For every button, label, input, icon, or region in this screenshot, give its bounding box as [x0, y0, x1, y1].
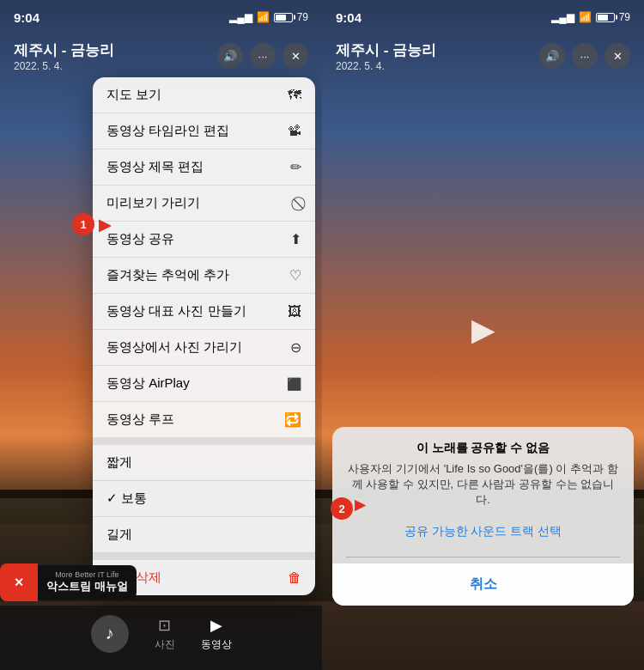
sound-button-left[interactable]: 🔊 [217, 43, 243, 69]
share-dialog: 이 노래를 공유할 수 없음 사용자의 기기에서 'Life Is so Goo… [332, 427, 634, 606]
battery-label: 79 [297, 11, 308, 23]
map-icon: 🗺 [288, 88, 301, 103]
close-button-right[interactable]: ✕ [605, 43, 630, 69]
right-panel: 9:04 ▂▄▆ 📶 79 제주시 - 금능리 2022. 5. 4. 🔊 ··… [322, 0, 644, 670]
menu-label-timeline: 동영상 타임라인 편집 [106, 123, 229, 139]
step-1-arrow: ▶ [99, 216, 111, 234]
trash-icon: 🗑 [288, 570, 301, 586]
menu-label-hide-photo: 동영상에서 사진 가리기 [106, 339, 242, 356]
menu-item-hide-preview[interactable]: 미리보기 가리기 ⃠ [93, 186, 315, 222]
wifi-icon: 📶 [257, 11, 270, 23]
watermark-sub: More Better IT Life [46, 570, 128, 579]
menu-divider-2 [93, 553, 315, 560]
sub-title-right: 2022. 5. 4. [336, 60, 436, 72]
play-overlay[interactable]: ▶ [458, 304, 509, 356]
more-button-left[interactable]: ··· [250, 43, 276, 69]
top-bar-left: 제주시 - 금능리 2022. 5. 4. 🔊 ··· ✕ [0, 34, 322, 77]
menu-label-favorite: 즐겨찾는 추억에 추가 [106, 267, 229, 283]
airplay-icon: ⬛ [287, 377, 301, 391]
menu-item-short[interactable]: 짧게 [93, 445, 315, 481]
menu-label-cover: 동영상 대표 사진 만들기 [106, 303, 246, 320]
battery-label-right: 79 [619, 11, 630, 23]
share-icon: ⬆ [290, 231, 301, 247]
menu-item-hide-photo[interactable]: 동영상에서 사진 가리기 ⊖ [93, 330, 315, 366]
status-icons-left: ▂▄▆ 📶 79 [229, 11, 308, 23]
menu-item-map[interactable]: 지도 보기 🗺 [93, 77, 315, 113]
dropdown-menu: 지도 보기 🗺 동영상 타임라인 편집 📽 동영상 제목 편집 ✏ 미리보기 가… [93, 77, 315, 595]
menu-divider-1 [93, 438, 315, 445]
menu-item-normal[interactable]: ✓ 보통 [93, 481, 315, 517]
heart-icon: ♡ [289, 267, 301, 283]
share-dialog-desc: 사용자의 기기에서 'Life Is so Good'을(를) 이 추억과 함께… [346, 461, 620, 509]
step-1-badge: 1 [72, 213, 94, 235]
pencil-icon: ✏ [290, 159, 301, 175]
menu-label-airplay: 동영상 AirPlay [106, 375, 190, 392]
menu-label-share: 동영상 공유 [106, 231, 174, 247]
status-time-left: 9:04 [14, 10, 39, 25]
menu-item-cover[interactable]: 동영상 대표 사진 만들기 🖼 [93, 294, 315, 330]
timeline-icon: 📽 [288, 124, 301, 139]
menu-label-map: 지도 보기 [106, 87, 161, 103]
menu-label-short: 짧게 [106, 454, 132, 471]
more-button-right[interactable]: ··· [572, 43, 598, 69]
battery-fill [276, 15, 287, 21]
menu-item-favorite[interactable]: 즐겨찾는 추억에 추가 ♡ [93, 258, 315, 294]
main-title-left: 제주시 - 금능리 [14, 40, 114, 60]
share-dialog-link[interactable]: 공유 가능한 사운드 트랙 선택 [346, 517, 620, 546]
menu-item-airplay[interactable]: 동영상 AirPlay ⬛ [93, 366, 315, 402]
step-2-badge: 2 [331, 497, 353, 520]
share-dialog-title: 이 노래를 공유할 수 없음 [346, 441, 620, 456]
menu-item-timeline[interactable]: 동영상 타임라인 편집 📽 [93, 113, 315, 149]
signal-icon-right: ▂▄▆ [551, 11, 574, 23]
menu-label-long: 길게 [106, 527, 132, 543]
top-bar-right: 제주시 - 금능리 2022. 5. 4. 🔊 ··· ✕ [322, 34, 644, 77]
top-bar-title-left: 제주시 - 금능리 2022. 5. 4. [14, 40, 114, 72]
watermark-main: 악스트림 매뉴얼 [46, 579, 128, 594]
step-2-arrow: ▶ [355, 496, 365, 513]
watermark-icon: ✕ [0, 563, 38, 601]
top-bar-actions-left: 🔊 ··· ✕ [217, 43, 308, 69]
watermark: ✕ More Better IT Life 악스트림 매뉴얼 [0, 563, 137, 601]
menu-item-long[interactable]: 길게 [93, 517, 315, 553]
photo-icon: 🖼 [288, 304, 301, 320]
top-bar-actions-right: 🔊 ··· ✕ [539, 43, 630, 69]
battery-icon-right [596, 13, 615, 22]
sub-title-left: 2022. 5. 4. [14, 60, 114, 72]
status-bar-left: 9:04 ▂▄▆ 📶 79 [0, 0, 322, 34]
battery-icon [274, 13, 293, 22]
share-cancel-button[interactable]: 취소 [332, 563, 634, 606]
menu-label-normal: ✓ 보통 [106, 490, 147, 507]
share-dialog-divider [346, 557, 620, 557]
menu-item-title-edit[interactable]: 동영상 제목 편집 ✏ [93, 149, 315, 186]
menu-item-share[interactable]: 동영상 공유 ⬆ [93, 222, 315, 258]
sound-button-right[interactable]: 🔊 [539, 43, 565, 69]
minus-circle-icon: ⊖ [290, 339, 301, 356]
watermark-text-block: More Better IT Life 악스트림 매뉴얼 [38, 565, 137, 600]
play-button[interactable]: ▶ [458, 304, 509, 356]
menu-item-loop[interactable]: 동영상 루프 🔁 [93, 402, 315, 438]
menu-label-title-edit: 동영상 제목 편집 [106, 159, 204, 175]
menu-label-loop: 동영상 루프 [106, 411, 174, 428]
status-bar-right: 9:04 ▂▄▆ 📶 79 [322, 0, 644, 34]
wifi-icon-right: 📶 [579, 11, 592, 23]
loop-icon: 🔁 [284, 411, 301, 428]
menu-label-hide-preview: 미리보기 가리기 [106, 195, 200, 211]
top-bar-title-right: 제주시 - 금능리 2022. 5. 4. [336, 40, 436, 72]
status-time-right: 9:04 [336, 10, 361, 25]
battery-fill-right [598, 15, 609, 21]
left-panel: 9:04 ▂▄▆ 📶 79 제주시 - 금능리 2022. 5. 4. 🔊 ··… [0, 0, 322, 670]
signal-icon: ▂▄▆ [229, 11, 252, 23]
close-button-left[interactable]: ✕ [283, 43, 308, 69]
share-dialog-content: 이 노래를 공유할 수 없음 사용자의 기기에서 'Life Is so Goo… [332, 427, 634, 557]
status-icons-right: ▂▄▆ 📶 79 [551, 11, 630, 23]
main-title-right: 제주시 - 금능리 [336, 40, 436, 60]
